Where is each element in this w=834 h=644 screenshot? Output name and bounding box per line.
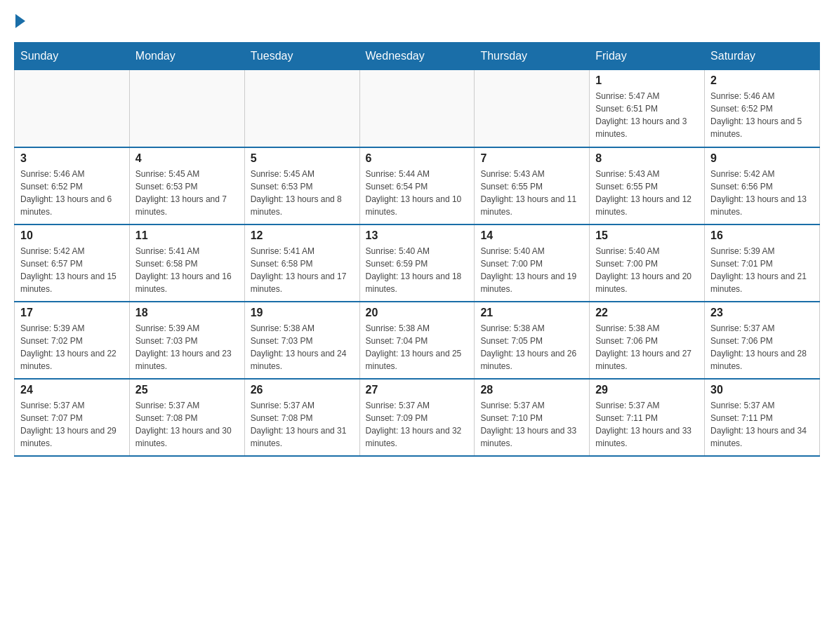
table-row [129, 70, 244, 147]
day-info: Sunrise: 5:45 AMSunset: 6:53 PMDaylight:… [251, 168, 354, 218]
table-row: 9Sunrise: 5:42 AMSunset: 6:56 PMDaylight… [705, 147, 820, 224]
table-row: 21Sunrise: 5:38 AMSunset: 7:05 PMDayligh… [475, 302, 590, 379]
day-info: Sunrise: 5:38 AMSunset: 7:03 PMDaylight:… [251, 322, 354, 373]
day-number: 25 [135, 384, 239, 396]
day-number: 11 [135, 229, 239, 242]
day-info: Sunrise: 5:47 AMSunset: 6:51 PMDaylight:… [595, 90, 699, 140]
table-row: 11Sunrise: 5:41 AMSunset: 6:58 PMDayligh… [129, 224, 244, 302]
day-info: Sunrise: 5:37 AMSunset: 7:08 PMDaylight:… [251, 399, 354, 450]
day-info: Sunrise: 5:40 AMSunset: 7:00 PMDaylight:… [480, 245, 583, 295]
day-info: Sunrise: 5:38 AMSunset: 7:04 PMDaylight:… [366, 322, 469, 373]
day-info: Sunrise: 5:40 AMSunset: 6:59 PMDaylight:… [366, 245, 469, 295]
day-info: Sunrise: 5:39 AMSunset: 7:03 PMDaylight:… [135, 322, 239, 373]
day-info: Sunrise: 5:45 AMSunset: 6:53 PMDaylight:… [135, 168, 239, 218]
header-saturday: Saturday [705, 43, 820, 70]
day-number: 24 [20, 384, 124, 396]
table-row: 20Sunrise: 5:38 AMSunset: 7:04 PMDayligh… [359, 302, 475, 379]
header-tuesday: Tuesday [244, 43, 359, 70]
week-row-5: 24Sunrise: 5:37 AMSunset: 7:07 PMDayligh… [15, 379, 820, 456]
table-row: 28Sunrise: 5:37 AMSunset: 7:10 PMDayligh… [475, 379, 590, 456]
day-number: 4 [135, 152, 239, 165]
day-number: 3 [20, 152, 124, 165]
calendar-table: SundayMondayTuesdayWednesdayThursdayFrid… [14, 42, 820, 457]
table-row: 12Sunrise: 5:41 AMSunset: 6:58 PMDayligh… [244, 224, 359, 302]
day-info: Sunrise: 5:43 AMSunset: 6:55 PMDaylight:… [595, 168, 699, 218]
table-row: 24Sunrise: 5:37 AMSunset: 7:07 PMDayligh… [15, 379, 130, 456]
day-info: Sunrise: 5:37 AMSunset: 7:10 PMDaylight:… [480, 399, 583, 450]
day-info: Sunrise: 5:46 AMSunset: 6:52 PMDaylight:… [20, 168, 124, 218]
table-row: 19Sunrise: 5:38 AMSunset: 7:03 PMDayligh… [244, 302, 359, 379]
day-number: 14 [480, 229, 583, 242]
table-row: 25Sunrise: 5:37 AMSunset: 7:08 PMDayligh… [129, 379, 244, 456]
day-number: 7 [480, 152, 583, 165]
day-number: 20 [366, 307, 469, 319]
table-row: 13Sunrise: 5:40 AMSunset: 6:59 PMDayligh… [359, 224, 475, 302]
day-number: 12 [251, 229, 354, 242]
day-number: 9 [710, 152, 814, 165]
table-row: 18Sunrise: 5:39 AMSunset: 7:03 PMDayligh… [129, 302, 244, 379]
day-number: 17 [20, 307, 124, 319]
table-row: 4Sunrise: 5:45 AMSunset: 6:53 PMDaylight… [129, 147, 244, 224]
day-info: Sunrise: 5:37 AMSunset: 7:09 PMDaylight:… [366, 399, 469, 450]
week-row-4: 17Sunrise: 5:39 AMSunset: 7:02 PMDayligh… [15, 302, 820, 379]
day-info: Sunrise: 5:44 AMSunset: 6:54 PMDaylight:… [366, 168, 469, 218]
table-row: 15Sunrise: 5:40 AMSunset: 7:00 PMDayligh… [590, 224, 705, 302]
table-row: 22Sunrise: 5:38 AMSunset: 7:06 PMDayligh… [590, 302, 705, 379]
day-number: 30 [710, 384, 814, 396]
table-row: 2Sunrise: 5:46 AMSunset: 6:52 PMDaylight… [705, 70, 820, 147]
day-number: 16 [710, 229, 814, 242]
day-info: Sunrise: 5:37 AMSunset: 7:11 PMDaylight:… [710, 399, 814, 450]
day-number: 18 [135, 307, 239, 319]
day-number: 2 [710, 74, 814, 87]
logo [14, 14, 27, 28]
table-row [244, 70, 359, 147]
table-row: 16Sunrise: 5:39 AMSunset: 7:01 PMDayligh… [705, 224, 820, 302]
day-info: Sunrise: 5:41 AMSunset: 6:58 PMDaylight:… [135, 245, 239, 295]
day-number: 6 [366, 152, 469, 165]
table-row: 5Sunrise: 5:45 AMSunset: 6:53 PMDaylight… [244, 147, 359, 224]
table-row: 1Sunrise: 5:47 AMSunset: 6:51 PMDaylight… [590, 70, 705, 147]
day-info: Sunrise: 5:42 AMSunset: 6:56 PMDaylight:… [710, 168, 814, 218]
table-row: 3Sunrise: 5:46 AMSunset: 6:52 PMDaylight… [15, 147, 130, 224]
table-row: 26Sunrise: 5:37 AMSunset: 7:08 PMDayligh… [244, 379, 359, 456]
table-row: 8Sunrise: 5:43 AMSunset: 6:55 PMDaylight… [590, 147, 705, 224]
page-header [14, 14, 820, 28]
calendar-body: 1Sunrise: 5:47 AMSunset: 6:51 PMDaylight… [15, 70, 820, 456]
table-row [15, 70, 130, 147]
table-row: 17Sunrise: 5:39 AMSunset: 7:02 PMDayligh… [15, 302, 130, 379]
day-number: 15 [595, 229, 699, 242]
day-info: Sunrise: 5:39 AMSunset: 7:02 PMDaylight:… [20, 322, 124, 373]
week-row-3: 10Sunrise: 5:42 AMSunset: 6:57 PMDayligh… [15, 224, 820, 302]
table-row: 29Sunrise: 5:37 AMSunset: 7:11 PMDayligh… [590, 379, 705, 456]
days-of-week-row: SundayMondayTuesdayWednesdayThursdayFrid… [15, 43, 820, 70]
day-info: Sunrise: 5:43 AMSunset: 6:55 PMDaylight:… [480, 168, 583, 218]
table-row: 7Sunrise: 5:43 AMSunset: 6:55 PMDaylight… [475, 147, 590, 224]
day-number: 21 [480, 307, 583, 319]
table-row: 23Sunrise: 5:37 AMSunset: 7:06 PMDayligh… [705, 302, 820, 379]
day-number: 10 [20, 229, 124, 242]
day-number: 27 [366, 384, 469, 396]
day-number: 19 [251, 307, 354, 319]
week-row-2: 3Sunrise: 5:46 AMSunset: 6:52 PMDaylight… [15, 147, 820, 224]
header-sunday: Sunday [15, 43, 130, 70]
day-number: 26 [251, 384, 354, 396]
header-thursday: Thursday [475, 43, 590, 70]
day-info: Sunrise: 5:37 AMSunset: 7:11 PMDaylight:… [595, 399, 699, 450]
logo-arrow-icon [15, 14, 25, 28]
day-info: Sunrise: 5:37 AMSunset: 7:07 PMDaylight:… [20, 399, 124, 450]
day-info: Sunrise: 5:40 AMSunset: 7:00 PMDaylight:… [595, 245, 699, 295]
day-info: Sunrise: 5:41 AMSunset: 6:58 PMDaylight:… [251, 245, 354, 295]
table-row: 14Sunrise: 5:40 AMSunset: 7:00 PMDayligh… [475, 224, 590, 302]
table-row: 10Sunrise: 5:42 AMSunset: 6:57 PMDayligh… [15, 224, 130, 302]
table-row: 6Sunrise: 5:44 AMSunset: 6:54 PMDaylight… [359, 147, 475, 224]
day-info: Sunrise: 5:38 AMSunset: 7:06 PMDaylight:… [595, 322, 699, 373]
day-info: Sunrise: 5:39 AMSunset: 7:01 PMDaylight:… [710, 245, 814, 295]
calendar-header: SundayMondayTuesdayWednesdayThursdayFrid… [15, 43, 820, 70]
day-number: 1 [595, 74, 699, 87]
day-info: Sunrise: 5:37 AMSunset: 7:08 PMDaylight:… [135, 399, 239, 450]
header-friday: Friday [590, 43, 705, 70]
day-number: 23 [710, 307, 814, 319]
day-number: 5 [251, 152, 354, 165]
day-number: 13 [366, 229, 469, 242]
table-row [359, 70, 475, 147]
